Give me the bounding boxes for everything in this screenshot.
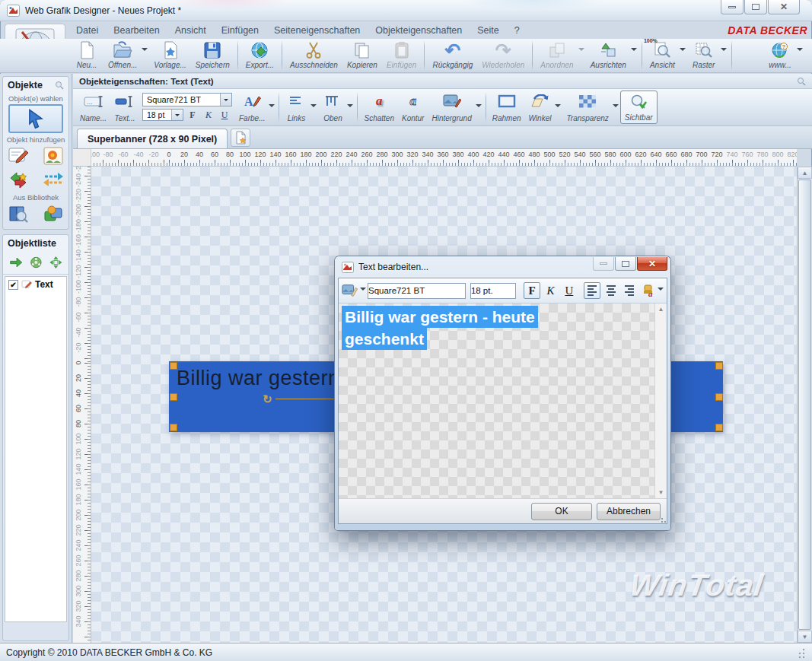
add-image-tool[interactable] xyxy=(39,145,68,167)
text-edit-button[interactable]: Text... xyxy=(110,91,139,124)
cut-button[interactable]: Ausschneiden xyxy=(285,39,342,72)
text-color-button[interactable] xyxy=(342,284,366,297)
name-button[interactable]: ... Name... xyxy=(76,91,110,124)
color-dropdown-arrow[interactable] xyxy=(269,104,275,110)
visible-button[interactable]: Sichtbar xyxy=(620,91,658,124)
align-dropdown-arrow[interactable] xyxy=(631,48,637,54)
close-button[interactable]: ✕ xyxy=(768,0,800,14)
rotate-handle[interactable]: ↻ xyxy=(263,392,272,406)
menu-seite[interactable]: Seite xyxy=(470,24,507,37)
align-left-button[interactable] xyxy=(584,282,600,299)
new-button[interactable]: Neu... xyxy=(70,39,103,72)
expand-arrows-icon[interactable] xyxy=(49,255,62,270)
menu-bearbeiten[interactable]: Bearbeiten xyxy=(106,24,167,37)
new-page-tab-button[interactable] xyxy=(231,129,250,147)
halign-button[interactable]: Links xyxy=(282,91,310,124)
scroll-up-arrow[interactable]: ▲ xyxy=(798,167,812,179)
ok-button[interactable]: OK xyxy=(531,503,592,520)
maximize-button[interactable] xyxy=(744,0,767,14)
italic-button[interactable]: K xyxy=(202,109,215,121)
scroll-down-arrow[interactable]: ▼ xyxy=(798,631,812,643)
scroll-thumb[interactable] xyxy=(798,180,811,630)
dialog-title-bar[interactable]: Text bearbeiten... ✕ xyxy=(338,256,667,278)
open-dropdown-arrow[interactable] xyxy=(142,48,148,54)
valign-button[interactable]: Oben xyxy=(318,91,347,124)
dialog-resize-grip[interactable] xyxy=(661,517,668,525)
add-line-tool[interactable] xyxy=(39,170,68,191)
size-dropdown-arrow[interactable] xyxy=(171,110,183,120)
menu-ansicht[interactable]: Ansicht xyxy=(167,24,214,37)
dialog-minimize-button[interactable] xyxy=(593,257,614,271)
underline-button[interactable]: U xyxy=(218,109,231,121)
transparency-dropdown-arrow[interactable] xyxy=(613,104,619,110)
dialog-text-scrollbar[interactable]: ▲ ▼ xyxy=(654,303,667,498)
window-resize-grip[interactable] xyxy=(795,647,806,658)
text-effects-button[interactable]: a xyxy=(642,284,664,297)
minimize-button[interactable] xyxy=(721,0,744,14)
export-button[interactable]: Export... xyxy=(241,39,279,72)
align-button[interactable]: Ausrichten xyxy=(586,39,631,72)
arrange-dropdown-arrow[interactable] xyxy=(578,48,584,54)
library-browse-button[interactable] xyxy=(4,203,33,224)
angle-button[interactable]: Winkel xyxy=(525,91,556,124)
apply-arrow-icon[interactable] xyxy=(9,255,23,270)
menu-hilfe[interactable]: ? xyxy=(507,24,527,37)
template-button[interactable]: Vorlage... xyxy=(149,39,190,72)
menu-einfuegen[interactable]: Einfügen xyxy=(214,24,266,37)
redo-button[interactable]: ↷ Wiederholen xyxy=(477,39,529,72)
menu-seiteneigenschaften[interactable]: Seiteneigenschaften xyxy=(266,24,368,37)
arrange-button[interactable]: Anordnen xyxy=(536,39,578,72)
dialog-size-select[interactable]: 18 pt. xyxy=(470,283,516,299)
font-family-select[interactable]: Square721 BT xyxy=(142,93,232,106)
visibility-checkbox[interactable]: ✔ xyxy=(8,280,18,290)
font-dropdown-arrow[interactable] xyxy=(220,94,231,106)
group-wheel-icon[interactable] xyxy=(30,255,43,270)
frame-button[interactable]: Rahmen xyxy=(489,91,525,124)
pin-icon[interactable] xyxy=(55,81,64,90)
www-help-button[interactable]: ? www... xyxy=(763,39,797,72)
dialog-italic-button[interactable]: K xyxy=(542,282,559,299)
undo-button[interactable]: ↶ Rückgängig xyxy=(428,39,477,72)
resize-handle-right[interactable] xyxy=(715,393,723,401)
angle-dropdown-arrow[interactable] xyxy=(555,104,561,110)
save-button[interactable]: Speichern xyxy=(191,39,234,72)
grid-button[interactable]: Raster xyxy=(687,39,721,72)
valign-dropdown-arrow[interactable] xyxy=(347,104,353,110)
canvas-vertical-scrollbar[interactable]: ▲ ▼ xyxy=(797,167,812,643)
scroll-down-arrow[interactable]: ▼ xyxy=(655,489,667,496)
halign-dropdown-arrow[interactable] xyxy=(310,104,317,110)
dialog-bold-button[interactable]: F xyxy=(524,282,540,299)
shadow-button[interactable]: a Schatten xyxy=(360,91,397,124)
grid-dropdown-arrow[interactable] xyxy=(721,48,727,54)
dialog-close-button[interactable]: ✕ xyxy=(637,257,667,271)
add-text-tool[interactable] xyxy=(4,145,33,167)
document-tab[interactable]: Superbanner (728 x 90 Pixel) xyxy=(77,129,228,148)
transparency-button[interactable]: Transparenz xyxy=(562,91,612,124)
font-size-select[interactable]: 18 pt xyxy=(142,109,183,121)
effects-dropdown-arrow[interactable] xyxy=(658,288,664,294)
www-dropdown-arrow[interactable] xyxy=(797,48,803,54)
resize-handle-bottom-right[interactable] xyxy=(715,424,723,431)
select-tool-button[interactable] xyxy=(8,104,63,133)
color-button[interactable]: A Farbe... xyxy=(235,91,269,124)
resize-handle-left[interactable] xyxy=(170,393,177,401)
bold-button[interactable]: F xyxy=(186,109,199,121)
list-item-text[interactable]: ✔ Text xyxy=(5,277,66,292)
dialog-font-select[interactable]: Square721 BT xyxy=(368,283,466,299)
menu-objekteigenschaften[interactable]: Objekteigenschaften xyxy=(368,24,470,37)
resize-handle-bottom-left[interactable] xyxy=(170,424,177,431)
dialog-maximize-button[interactable] xyxy=(615,257,636,271)
copy-button[interactable]: Kopieren xyxy=(342,39,382,72)
dialog-text-area[interactable]: Billig war gestern - heute geschenkt ▲ ▼ xyxy=(339,303,667,498)
dialog-underline-button[interactable]: U xyxy=(561,282,578,299)
scroll-up-arrow[interactable]: ▲ xyxy=(655,306,667,313)
resize-handle-top-right[interactable] xyxy=(715,362,723,370)
background-button[interactable]: Hintergrund xyxy=(428,91,475,124)
color-dropdown-arrow[interactable] xyxy=(360,288,366,294)
pin-icon[interactable] xyxy=(797,77,806,86)
library-objects-button[interactable] xyxy=(39,203,68,224)
align-right-button[interactable] xyxy=(621,282,638,299)
open-button[interactable]: Öffnen... xyxy=(103,39,142,72)
resize-handle-top-left[interactable] xyxy=(170,362,177,370)
align-center-button[interactable] xyxy=(602,282,619,299)
